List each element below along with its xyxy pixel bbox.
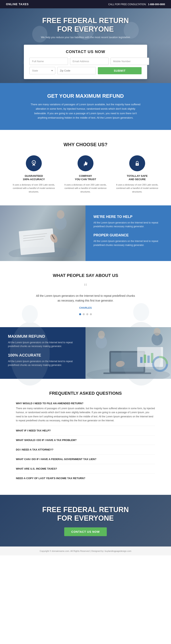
form-row-1	[30, 58, 141, 65]
svg-point-39	[121, 322, 161, 386]
contact-form-box: CONTACT US NOW State SUBMIT	[24, 45, 147, 79]
svg-point-37	[10, 322, 50, 386]
svg-point-40	[133, 303, 149, 321]
mobile-input[interactable]	[111, 58, 149, 65]
footer-hero-section: FREE FEDERAL RETURN FOR EVERYONE CONTACT…	[0, 495, 171, 546]
footer-hero-bg-svg	[0, 0, 171, 556]
fullname-input[interactable]	[30, 58, 68, 65]
form-row-2: State SUBMIT	[30, 67, 141, 74]
submit-button[interactable]: SUBMIT	[98, 67, 141, 74]
hero-section: FREE FEDERAL RETURN FOR EVERYONE We help…	[0, 8, 171, 83]
svg-point-38	[22, 305, 38, 323]
hero-subtitle: We help you reduce your tax liabilities …	[24, 36, 147, 39]
hero-content: FREE FEDERAL RETURN FOR EVERYONE We help…	[24, 16, 147, 79]
form-title: CONTACT US NOW	[30, 50, 141, 54]
hero-title: FREE FEDERAL RETURN FOR EVERYONE	[24, 16, 147, 33]
state-select[interactable]: State	[30, 67, 55, 74]
email-input[interactable]	[70, 58, 109, 65]
zip-input[interactable]	[57, 67, 96, 74]
